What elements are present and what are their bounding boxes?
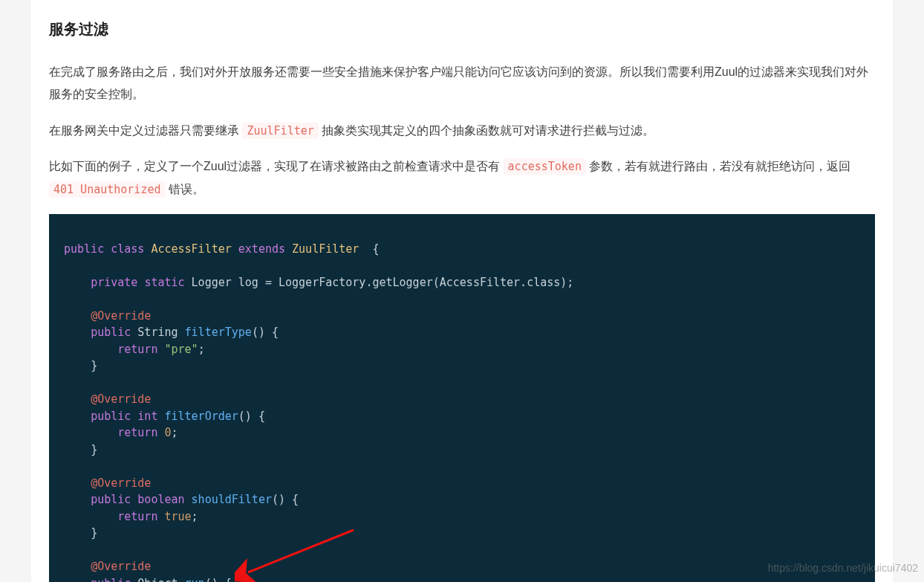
arrow-annotation-icon xyxy=(235,526,361,582)
logger-decl: Logger log = LoggerFactory.getLogger(Acc… xyxy=(192,276,574,289)
override-annotation: @Override xyxy=(91,392,151,406)
text-segment: 在服务网关中定义过滤器只需要继承 xyxy=(49,124,242,137)
paragraph-2: 在服务网关中定义过滤器只需要继承 ZuulFilter 抽象类实现其定义的四个抽… xyxy=(49,120,875,142)
brace: { xyxy=(292,493,299,506)
paragraph-3: 比如下面的例子，定义了一个Zuul过滤器，实现了在请求被路由之前检查请求中是否有… xyxy=(49,155,875,201)
kw-private: private xyxy=(91,276,137,289)
paren: () xyxy=(205,577,218,582)
text-segment: 参数，若有就进行路由，若没有就拒绝访问，返回 xyxy=(586,160,850,172)
fn-filtertype: filterType xyxy=(185,326,252,339)
brace: { xyxy=(258,410,265,423)
kw-static: static xyxy=(144,276,184,289)
semi: ; xyxy=(172,426,178,439)
kw-return: return xyxy=(117,426,157,439)
kw-public: public xyxy=(91,326,131,339)
override-annotation: @Override xyxy=(91,560,151,573)
inline-code-accesstoken: accessToken xyxy=(504,158,586,175)
kw-class: class xyxy=(111,242,144,256)
kw-return: return xyxy=(117,510,157,523)
inline-code-401: 401 Unauthorized xyxy=(49,181,166,198)
semi: ; xyxy=(198,343,205,356)
article-container: 服务过滤 在完成了服务路由之后，我们对外开放服务还需要一些安全措施来保护客户端只… xyxy=(31,0,893,582)
override-annotation: @Override xyxy=(91,476,151,490)
kw-boolean: boolean xyxy=(137,493,184,506)
section-heading: 服务过滤 xyxy=(49,0,875,52)
fn-shouldfilter: shouldFilter xyxy=(192,493,272,506)
code-block[interactable]: public class AccessFilter extends ZuulFi… xyxy=(49,214,875,582)
type-zuulfilter: ZuulFilter xyxy=(292,242,359,256)
kw-return: return xyxy=(117,343,157,356)
brace: { xyxy=(225,577,232,582)
brace: } xyxy=(91,359,97,372)
bool-true: true xyxy=(164,510,191,523)
inline-code-zuulfilter: ZuulFilter xyxy=(242,123,318,139)
brace: { xyxy=(372,242,379,256)
brace: } xyxy=(91,443,97,456)
num-zero: 0 xyxy=(164,426,171,439)
fn-run: run xyxy=(185,577,205,582)
str-pre: "pre" xyxy=(164,343,198,356)
type-accessfilter: AccessFilter xyxy=(151,242,231,256)
override-annotation: @Override xyxy=(91,309,151,323)
brace: { xyxy=(272,326,279,339)
text-segment: 抽象类实现其定义的四个抽象函数就可对请求进行拦截与过滤。 xyxy=(319,124,654,137)
paren: () xyxy=(272,493,285,506)
kw-public: public xyxy=(91,410,131,423)
watermark-text: https://blog.csdn.net/jikuicui7402 xyxy=(768,560,918,578)
paren: () xyxy=(252,326,265,339)
fn-filterorder: filterOrder xyxy=(164,410,238,423)
kw-public: public xyxy=(64,242,104,256)
type-string: String xyxy=(137,326,178,339)
text-segment: 错误。 xyxy=(166,183,204,195)
paragraph-1: 在完成了服务路由之后，我们对外开放服务还需要一些安全措施来保护客户端只能访问它应… xyxy=(49,61,875,106)
kw-public: public xyxy=(91,577,131,582)
type-object: Object xyxy=(137,577,178,582)
svg-line-0 xyxy=(248,530,354,572)
semi: ; xyxy=(192,510,198,523)
paren: () xyxy=(238,410,252,423)
kw-public: public xyxy=(91,493,131,506)
kw-int: int xyxy=(137,410,157,423)
text-segment: 比如下面的例子，定义了一个Zuul过滤器，实现了在请求被路由之前检查请求中是否有 xyxy=(49,160,504,172)
kw-extends: extends xyxy=(238,242,285,256)
brace: } xyxy=(91,526,97,540)
